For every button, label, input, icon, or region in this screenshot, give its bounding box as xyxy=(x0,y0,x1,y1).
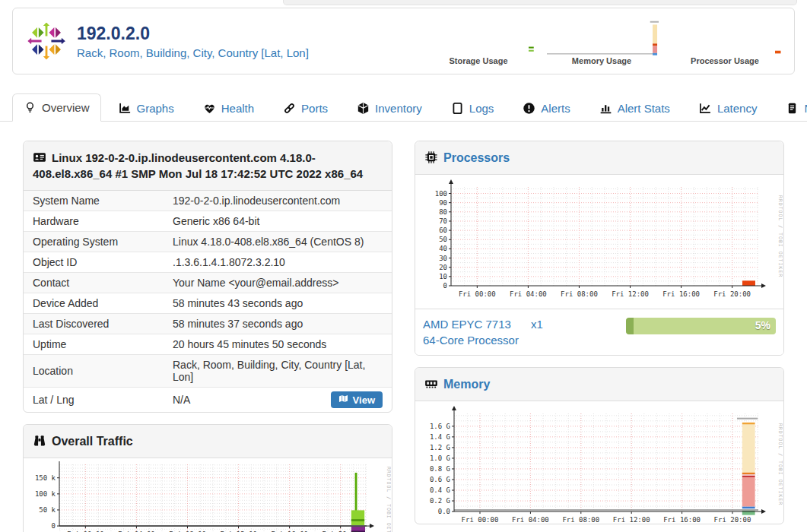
cpu-model-line2[interactable]: 64-Core Processor xyxy=(423,334,519,347)
tab-notes[interactable]: Notes xyxy=(774,94,807,122)
line-chart-icon xyxy=(699,102,712,115)
map-icon xyxy=(338,394,348,406)
svg-text:Fri 16:00: Fri 16:00 xyxy=(663,516,701,524)
traffic-panel-header: Overall Traffic xyxy=(24,425,392,458)
view-button[interactable]: View xyxy=(331,391,383,408)
memory-panel-header[interactable]: Memory xyxy=(415,368,783,401)
row-value: Generic x86 64-bit xyxy=(164,211,392,232)
system-title: Linux 192-0-2-0.ip.linodeusercontent.com… xyxy=(33,151,363,180)
mini-graph-label: Processor Usage xyxy=(691,56,759,65)
svg-text:50: 50 xyxy=(439,236,447,243)
tab-label: Alert Stats xyxy=(618,102,670,115)
tab-overview[interactable]: Overview xyxy=(12,93,101,122)
binoculars-icon xyxy=(33,434,46,448)
svg-text:100: 100 xyxy=(435,190,447,198)
tab-label: Graphs xyxy=(137,102,174,115)
tab-label: Health xyxy=(221,102,254,115)
tab-bar: OverviewGraphsHealthPortsInventoryLogsAl… xyxy=(0,90,807,122)
svg-text:0.0: 0.0 xyxy=(438,508,450,515)
row-label: Device Added xyxy=(24,293,164,314)
system-info-panel: Linux 192-0-2-0.ip.linodeusercontent.com… xyxy=(23,141,392,413)
table-row: Last Discovered58 minutes 37 seconds ago xyxy=(24,314,392,334)
processors-panel-header[interactable]: Processors xyxy=(415,141,783,175)
row-label: Object ID xyxy=(24,252,164,273)
tab-graphs[interactable]: Graphs xyxy=(107,94,186,122)
tab-ports[interactable]: Ports xyxy=(272,94,339,122)
button-label: View xyxy=(353,394,375,406)
svg-text:RRDTOOL / TOBI OETIKER: RRDTOOL / TOBI OETIKER xyxy=(777,195,783,277)
svg-text:90: 90 xyxy=(439,199,447,207)
svg-text:50 k: 50 k xyxy=(39,506,56,514)
svg-text:20: 20 xyxy=(439,264,447,271)
svg-text:0.4 G: 0.4 G xyxy=(430,486,450,494)
tab-label: Alerts xyxy=(541,102,570,115)
table-row: Uptime20 hours 45 minutes 50 seconds xyxy=(24,334,392,355)
tab-label: Overview xyxy=(42,101,90,114)
row-label: Uptime xyxy=(24,334,164,355)
row-label: Lat / Lng xyxy=(24,387,164,412)
svg-text:1.0 G: 1.0 G xyxy=(430,454,450,462)
tab-label: Notes xyxy=(804,102,807,115)
tab-label: Inventory xyxy=(375,102,422,115)
row-label: Hardware xyxy=(24,211,164,232)
row-label: Last Discovered xyxy=(24,314,164,334)
mini-graph-storage-usage[interactable]: Storage Usage xyxy=(417,17,540,65)
overall-traffic-graph[interactable]: 050 k100 k150 kFri 00:00Fri 04:00Fri 08:… xyxy=(24,458,392,532)
row-value: N/AView xyxy=(164,387,392,412)
mini-sparkline xyxy=(545,17,659,56)
tab-alerts[interactable]: Alerts xyxy=(511,94,581,122)
mini-graph-label: Storage Usage xyxy=(449,56,507,65)
lightbulb-icon xyxy=(24,101,37,114)
cpu-count: x1 xyxy=(531,318,543,331)
cpu-model[interactable]: AMD EPYC 7713 xyxy=(423,316,531,332)
tab-logs[interactable]: Logs xyxy=(440,94,506,122)
row-value: 58 minutes 43 seconds ago xyxy=(164,293,392,314)
bar-chart-icon xyxy=(599,102,612,115)
link-icon xyxy=(283,102,296,115)
microchip-icon xyxy=(424,150,438,164)
tab-label: Ports xyxy=(301,102,328,115)
svg-text:Fri 16:00: Fri 16:00 xyxy=(662,290,700,298)
centos-logo xyxy=(25,20,68,62)
tab-inventory[interactable]: Inventory xyxy=(345,94,434,122)
tab-latency[interactable]: Latency xyxy=(688,94,769,122)
svg-text:Fri 00:00: Fri 00:00 xyxy=(459,290,496,298)
row-label: Contact xyxy=(24,273,164,293)
ram-icon xyxy=(424,377,438,391)
processors-graph[interactable]: 0102030405060708090100Fri 00:00Fri 04:00… xyxy=(415,175,783,309)
device-location-link[interactable]: Rack, Room, Building, City, Country [Lat… xyxy=(77,46,309,59)
memory-graph[interactable]: 0.00.2 G0.4 G0.6 G0.8 G1.0 G1.2 G1.4 G1.… xyxy=(415,401,783,524)
svg-text:150 k: 150 k xyxy=(35,474,56,482)
svg-text:80: 80 xyxy=(439,208,447,216)
svg-text:Fri 04:00: Fri 04:00 xyxy=(510,290,547,298)
mini-graph-processor-usage[interactable]: Processor Usage xyxy=(663,17,786,65)
row-value: 192-0-2-0.ip.linodeusercontent.com xyxy=(164,191,392,211)
tab-health[interactable]: Health xyxy=(192,94,265,122)
svg-text:10: 10 xyxy=(439,273,447,280)
row-value: Your Name <your@email.address> xyxy=(164,273,392,293)
row-value: Rack, Room, Building, City, Country [Lat… xyxy=(164,355,392,388)
svg-text:0: 0 xyxy=(52,522,56,530)
table-row: ContactYour Name <your@email.address> xyxy=(24,273,392,293)
svg-text:70: 70 xyxy=(439,217,447,225)
mini-sparkline xyxy=(421,17,535,56)
svg-text:RRDTOOL / TOBI OETIKER: RRDTOOL / TOBI OETIKER xyxy=(386,467,391,532)
memory-title: Memory xyxy=(443,378,490,391)
svg-text:40: 40 xyxy=(439,245,447,252)
row-value: .1.3.6.1.4.1.8072.3.2.10 xyxy=(164,252,392,273)
header-mini-graphs: Storage UsageMemory UsageProcessor Usage xyxy=(417,17,786,65)
table-row: Device Added58 minutes 43 seconds ago xyxy=(24,293,392,314)
svg-text:1.4 G: 1.4 G xyxy=(430,433,450,441)
heartbeat-icon xyxy=(203,102,216,115)
alert-circle-icon xyxy=(523,102,535,115)
tab-label: Logs xyxy=(469,102,494,115)
cpu-name-link[interactable]: AMD EPYC 7713x1 64-Core Processor xyxy=(423,316,543,348)
svg-text:0.2 G: 0.2 G xyxy=(430,497,450,505)
svg-text:0.6 G: 0.6 G xyxy=(430,476,450,483)
device-title[interactable]: 192.0.2.0 xyxy=(77,24,309,44)
mini-graph-memory-usage[interactable]: Memory Usage xyxy=(540,17,663,65)
row-value: 20 hours 45 minutes 50 seconds xyxy=(164,334,392,355)
tab-alert-stats[interactable]: Alert Stats xyxy=(588,94,682,122)
system-info-table: System Name192-0-2-0.ip.linodeuserconten… xyxy=(24,191,392,412)
topnav-remnant xyxy=(283,0,797,5)
